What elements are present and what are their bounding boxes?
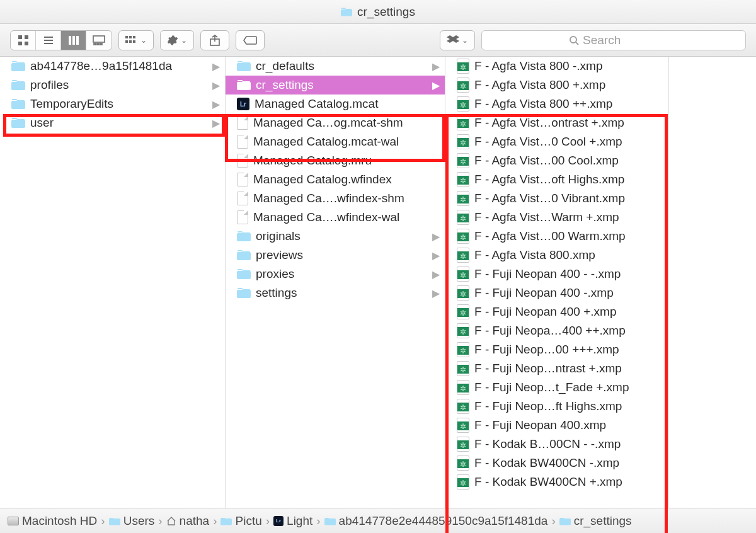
list-item[interactable]: originals▶: [226, 227, 445, 246]
list-item[interactable]: Managed Ca…og.mcat-shm: [226, 113, 445, 132]
list-item[interactable]: Managed Ca….wfindex-wal: [226, 208, 445, 227]
disk-icon: [8, 517, 19, 525]
item-label: F - Fuji Neopan 400 -.xmp: [474, 286, 614, 300]
item-label: F - Fuji Neop…ntrast +.xmp: [474, 362, 622, 375]
item-label: F - Agfa Vist…00 Warm.xmp: [474, 229, 626, 243]
view-mode-segment[interactable]: [10, 30, 112, 50]
list-item[interactable]: F - Agfa Vista 800 +.xmp: [445, 76, 668, 95]
search-field[interactable]: [481, 30, 746, 50]
list-item[interactable]: user▶: [0, 113, 225, 132]
breadcrumb-item[interactable]: natha: [166, 514, 210, 528]
xmp-icon: [457, 266, 469, 282]
item-label: F - Fuji Neopan 400.xmp: [474, 418, 606, 432]
item-label: F - Fuji Neop…ft Highs.xmp: [474, 399, 622, 413]
svg-rect-26: [11, 101, 25, 109]
dropbox-icon: [447, 35, 459, 45]
list-item[interactable]: Managed Catalog.wfindex: [226, 170, 445, 189]
breadcrumb-item[interactable]: ab414778e2e444859150c9a15f1481da: [324, 514, 548, 528]
list-item[interactable]: proxies▶: [226, 265, 445, 284]
list-item[interactable]: F - Fuji Neopa…400 ++.xmp: [445, 321, 668, 340]
list-item[interactable]: cr_settings▶: [226, 76, 445, 95]
folder-icon: [237, 288, 251, 298]
item-label: settings: [256, 286, 297, 300]
list-item[interactable]: Managed Catalog.mcat-wal: [226, 132, 445, 151]
svg-rect-8: [69, 36, 71, 45]
list-item[interactable]: F - Fuji Neopan 400.xmp: [445, 416, 668, 435]
breadcrumb-item[interactable]: LrLight: [273, 514, 312, 528]
list-item[interactable]: F - Agfa Vist…Warm +.xmp: [445, 208, 668, 227]
xmp-icon: [457, 380, 469, 395]
dropbox-button[interactable]: ⌄: [440, 30, 475, 50]
svg-rect-0: [341, 9, 352, 16]
list-item[interactable]: TemporaryEdits▶: [0, 95, 225, 113]
svg-rect-30: [237, 233, 251, 241]
list-item[interactable]: profiles▶: [0, 76, 225, 95]
list-item[interactable]: F - Fuji Neop…ft Highs.xmp: [445, 397, 668, 416]
list-item[interactable]: F - Agfa Vista 800 -.xmp: [445, 57, 668, 76]
view-icon-columns[interactable]: [61, 31, 86, 50]
path-bar[interactable]: Macintosh HD›Users›natha›Pictu›LrLight›a…: [0, 508, 756, 533]
list-item[interactable]: F - Agfa Vist…oft Highs.xmp: [445, 170, 668, 189]
list-item[interactable]: F - Fuji Neop…ntrast +.xmp: [445, 359, 668, 378]
column-3[interactable]: F - Agfa Vista 800 -.xmpF - Agfa Vista 8…: [445, 57, 669, 508]
list-item[interactable]: F - Agfa Vista 800.xmp: [445, 246, 668, 265]
folder-icon: [220, 517, 232, 525]
search-icon: [569, 35, 579, 45]
file-icon: [237, 135, 248, 149]
svg-rect-13: [97, 43, 99, 45]
list-item[interactable]: previews▶: [226, 246, 445, 265]
svg-rect-31: [237, 252, 251, 260]
xmp-icon: [457, 134, 469, 149]
group-by-button[interactable]: ⌄: [118, 30, 154, 50]
share-icon: [210, 35, 220, 46]
list-item[interactable]: F - Agfa Vist…ontrast +.xmp: [445, 113, 668, 132]
item-label: F - Agfa Vista 800 ++.xmp: [474, 97, 612, 111]
list-item[interactable]: F - Agfa Vist…00 Warm.xmp: [445, 227, 668, 246]
breadcrumb-item[interactable]: Pictu: [220, 514, 261, 528]
item-label: cr_settings: [256, 78, 314, 92]
column-2[interactable]: cr_defaults▶cr_settings▶LrManaged Catalo…: [226, 57, 445, 508]
svg-rect-29: [237, 82, 251, 90]
action-menu-button[interactable]: ⌄: [160, 30, 194, 50]
list-item[interactable]: F - Fuji Neopan 400 +.xmp: [445, 302, 668, 321]
svg-rect-19: [129, 40, 132, 43]
svg-rect-3: [18, 42, 22, 45]
list-item[interactable]: F - Fuji Neop…t_Fade +.xmp: [445, 378, 668, 397]
list-item[interactable]: Managed Catalog.mru: [226, 151, 445, 170]
list-item[interactable]: F - Fuji Neopan 400 -.xmp: [445, 284, 668, 302]
search-input[interactable]: [583, 33, 658, 47]
svg-rect-34: [109, 518, 120, 525]
tags-button[interactable]: [236, 30, 265, 50]
window-title: cr_settings: [357, 5, 415, 19]
xmp-icon: [457, 172, 469, 187]
view-icon-gallery[interactable]: [86, 31, 112, 50]
xmp-icon: [457, 210, 469, 225]
list-item[interactable]: F - Agfa Vist…0 Vibrant.xmp: [445, 189, 668, 208]
chevron-right-icon: ▶: [432, 231, 440, 243]
svg-rect-9: [72, 36, 75, 45]
list-item[interactable]: F - Agfa Vist…00 Cool.xmp: [445, 151, 668, 170]
list-item[interactable]: F - Kodak BW400CN +.xmp: [445, 473, 668, 491]
breadcrumb-item[interactable]: cr_settings: [559, 514, 632, 528]
item-label: F - Agfa Vista 800.xmp: [474, 248, 595, 262]
breadcrumb-item[interactable]: Macintosh HD: [8, 514, 97, 528]
xmp-icon: [457, 361, 469, 376]
list-item[interactable]: F - Agfa Vista 800 ++.xmp: [445, 95, 668, 113]
view-icon-list[interactable]: [36, 31, 61, 50]
list-item[interactable]: Managed Ca….wfindex-shm: [226, 189, 445, 208]
list-item[interactable]: F - Kodak BW400CN -.xmp: [445, 454, 668, 473]
item-label: Managed Ca….wfindex-shm: [253, 192, 404, 205]
list-item[interactable]: settings▶: [226, 284, 445, 302]
list-item[interactable]: F - Kodak B…00CN - -.xmp: [445, 435, 668, 454]
list-item[interactable]: ab414778e…9a15f1481da▶: [0, 57, 225, 76]
list-item[interactable]: cr_defaults▶: [226, 57, 445, 76]
list-item[interactable]: F - Fuji Neop…00 +++.xmp: [445, 340, 668, 359]
list-item[interactable]: F - Fuji Neopan 400 - -.xmp: [445, 265, 668, 284]
view-icon-grid[interactable]: [11, 31, 36, 50]
breadcrumb-item[interactable]: Users: [109, 514, 155, 528]
share-button[interactable]: [200, 30, 229, 50]
breadcrumb-label: cr_settings: [574, 514, 632, 528]
column-1[interactable]: ab414778e…9a15f1481da▶profiles▶Temporary…: [0, 57, 226, 508]
list-item[interactable]: LrManaged Catalog.mcat: [226, 95, 445, 113]
list-item[interactable]: F - Agfa Vist…0 Cool +.xmp: [445, 132, 668, 151]
